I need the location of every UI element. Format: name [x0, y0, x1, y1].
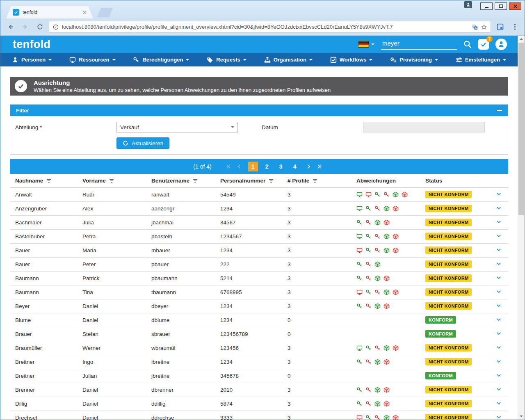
- cell-status: KONFORM: [420, 369, 489, 383]
- cell-personalnummer: 1234: [215, 243, 282, 257]
- status-badge: NICHT KONFORM: [425, 344, 472, 352]
- reload-button[interactable]: [34, 21, 46, 33]
- expand-chevron-icon[interactable]: [496, 205, 502, 211]
- column-label: Abweichungen: [356, 178, 396, 184]
- cell-benutzername: ddillig: [146, 397, 215, 411]
- column-header-profile[interactable]: # Profile: [282, 174, 351, 187]
- cell-vorname: Werner: [77, 341, 146, 355]
- datum-input[interactable]: [363, 122, 485, 132]
- cell-expand: [489, 243, 508, 257]
- expand-chevron-icon[interactable]: [496, 289, 502, 294]
- aktualisieren-button[interactable]: Aktualisieren: [116, 137, 169, 149]
- paginator-next-button[interactable]: [306, 164, 312, 169]
- bookmark-star-icon[interactable]: [481, 24, 487, 30]
- paginator-page-2[interactable]: 2: [262, 162, 272, 171]
- table-row: BrennerDanieldbrenner20103NICHT KONFORM: [10, 383, 508, 397]
- nav-item-personen[interactable]: Personen: [12, 57, 52, 63]
- nav-item-workflows[interactable]: Workflows: [330, 57, 373, 63]
- paginator-last-button[interactable]: [317, 164, 322, 169]
- maximize-button[interactable]: [495, 2, 507, 10]
- info-icon[interactable]: [53, 24, 59, 30]
- cell-abweichungen: [351, 369, 420, 383]
- cell-expand: [489, 383, 508, 397]
- language-selector[interactable]: [358, 41, 374, 48]
- paginator-page-3[interactable]: 3: [276, 162, 286, 171]
- status-badge: NICHT KONFORM: [425, 358, 472, 365]
- expand-chevron-icon[interactable]: [496, 303, 502, 308]
- paginator-first-button[interactable]: [226, 164, 231, 169]
- paginator-page-4[interactable]: 4: [290, 162, 300, 171]
- status-badge: NICHT KONFORM: [425, 260, 472, 268]
- expand-chevron-icon[interactable]: [496, 358, 502, 364]
- browser-profile-button[interactable]: [464, 1, 472, 8]
- expand-chevron-icon[interactable]: [496, 219, 502, 225]
- scroll-up-arrow[interactable]: [518, 36, 525, 42]
- cell-status: NICHT KONFORM: [420, 187, 489, 201]
- back-button[interactable]: [5, 21, 16, 33]
- box-green-icon: [393, 192, 399, 198]
- nav-item-ressourcen[interactable]: Ressourcen: [69, 57, 115, 63]
- column-header-benutzername[interactable]: Benutzername: [146, 174, 215, 187]
- expand-chevron-icon[interactable]: [496, 317, 502, 322]
- cell-profile: 3: [282, 299, 351, 313]
- cell-benutzername: pbastelh: [146, 229, 215, 243]
- paginator-prev-button[interactable]: [236, 164, 242, 169]
- status-badge: NICHT KONFORM: [425, 288, 472, 296]
- nav-item-organisation[interactable]: Organisation: [264, 57, 313, 63]
- column-header-nachname[interactable]: Nachname: [10, 174, 77, 187]
- user-avatar[interactable]: [495, 39, 507, 50]
- cell-expand: [489, 215, 508, 229]
- side-panel-icon[interactable]: [494, 21, 506, 33]
- workflow-icon: [330, 57, 337, 63]
- cell-profile: 0: [282, 327, 351, 341]
- cell-vorname: Tina: [77, 285, 146, 299]
- tab-close-icon[interactable]: [83, 11, 87, 14]
- scrollbar-thumb[interactable]: [518, 43, 524, 215]
- expand-chevron-icon[interactable]: [496, 331, 502, 336]
- expand-chevron-icon[interactable]: [496, 400, 502, 406]
- box-red-icon: [383, 387, 390, 393]
- forward-button[interactable]: [19, 21, 31, 33]
- menu-kebab-icon[interactable]: [509, 21, 520, 33]
- expand-chevron-icon[interactable]: [496, 386, 502, 392]
- paginator-page-1[interactable]: 1: [248, 162, 258, 171]
- column-header-vorname[interactable]: Vorname: [77, 174, 146, 187]
- cell-nachname: Bastelhuber: [10, 229, 77, 243]
- key-green-icon: [365, 415, 372, 420]
- expand-chevron-icon[interactable]: [496, 275, 502, 281]
- browser-tab[interactable]: tenfold: [6, 6, 93, 18]
- app-logo[interactable]: tenfold: [13, 39, 50, 50]
- scroll-down-arrow[interactable]: [518, 413, 525, 420]
- translate-icon[interactable]: [472, 24, 478, 30]
- minimize-button[interactable]: [480, 2, 493, 10]
- key-green-icon: [365, 205, 372, 212]
- nav-item-einstellungen[interactable]: Einstellungen: [456, 57, 506, 63]
- nav-item-provisioning[interactable]: Provisioning: [390, 57, 438, 63]
- page-scrollbar[interactable]: [518, 36, 525, 420]
- column-header-personalnummer[interactable]: Personalnummer: [215, 174, 282, 187]
- box-red-icon: [383, 401, 390, 407]
- header-search-input[interactable]: [381, 39, 457, 50]
- expand-chevron-icon[interactable]: [496, 233, 502, 239]
- cell-nachname: Drechsel: [10, 411, 77, 420]
- expand-chevron-icon[interactable]: [496, 345, 502, 350]
- close-button[interactable]: [509, 2, 521, 10]
- cell-benutzername: dbeyer: [146, 299, 215, 313]
- expand-chevron-icon[interactable]: [496, 191, 502, 197]
- tasks-button[interactable]: 7: [478, 39, 489, 50]
- nav-item-requests[interactable]: Requests: [207, 57, 247, 63]
- abteilung-select[interactable]: Verkauf: [116, 122, 238, 132]
- address-bar[interactable]: localhost:8080/tenfold/privilege/profile…: [49, 21, 491, 33]
- search-icon[interactable]: [463, 40, 472, 48]
- alignment-table: (1 of 4) 1234: [10, 159, 508, 420]
- expand-chevron-icon[interactable]: [496, 247, 502, 253]
- expand-chevron-icon[interactable]: [496, 261, 502, 267]
- new-tab-button[interactable]: [97, 8, 113, 17]
- expand-chevron-icon[interactable]: [496, 372, 502, 378]
- nav-item-berechtigungen[interactable]: Berechtigungen: [133, 57, 189, 63]
- expand-chevron-icon[interactable]: [496, 414, 502, 420]
- cell-profile: 3: [282, 201, 351, 215]
- box-green-icon: [374, 219, 381, 226]
- key-red-icon: [365, 261, 372, 267]
- collapse-icon[interactable]: [497, 110, 502, 111]
